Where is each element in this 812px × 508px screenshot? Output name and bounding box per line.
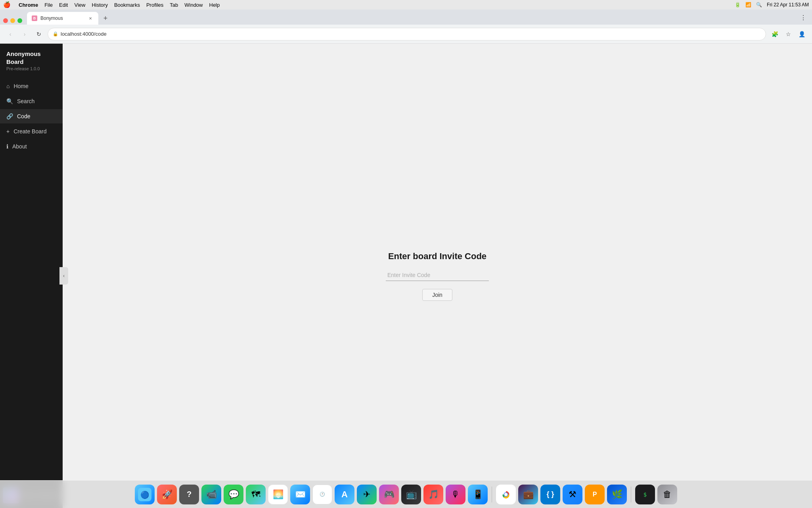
- search-icon: 🔍: [6, 98, 13, 104]
- menu-search-icon[interactable]: 🔍: [756, 2, 762, 8]
- menu-view[interactable]: View: [74, 2, 85, 8]
- home-icon: ⌂: [6, 83, 10, 89]
- plus-icon: +: [6, 128, 10, 135]
- sidebar-header: Anonymous Board Pre-release 1.0.0: [0, 50, 63, 79]
- dock-item-proxyman[interactable]: P: [585, 485, 605, 504]
- dock-separator-2: [631, 487, 631, 502]
- dock-item-testflight[interactable]: ✈: [357, 485, 377, 504]
- dock-item-vscode[interactable]: { }: [540, 485, 560, 504]
- url-text: localhost:4000/code: [61, 31, 761, 37]
- dock-item-trash[interactable]: 🗑: [657, 485, 677, 504]
- invite-code-input[interactable]: [386, 269, 489, 281]
- tab-bar: B Bonymous ✕ + ⋮: [0, 10, 812, 25]
- sidebar-home-label: Home: [13, 83, 28, 89]
- sidebar-create-board-label: Create Board: [13, 128, 46, 135]
- sidebar-version: Pre-release 1.0.0: [6, 66, 56, 71]
- tab-title: Bonymous: [40, 15, 84, 21]
- menu-bookmarks[interactable]: Bookmarks: [114, 2, 140, 8]
- sidebar-collapse-button[interactable]: ‹: [59, 267, 68, 285]
- dock-item-photos[interactable]: 🌅: [268, 485, 288, 504]
- dock-item-messages[interactable]: 💬: [224, 485, 243, 504]
- dock-item-clock[interactable]: 🕐: [312, 485, 332, 504]
- menu-tab[interactable]: Tab: [170, 2, 178, 8]
- dock-item-music[interactable]: 🎵: [423, 485, 443, 504]
- app-name[interactable]: Chrome: [19, 2, 38, 8]
- page: Anonymous Board Pre-release 1.0.0 ⌂ Home…: [0, 44, 812, 508]
- invite-code-card: Enter board Invite Code Join: [386, 251, 489, 301]
- dock-item-messages2[interactable]: ✉️: [290, 485, 310, 504]
- dock-separator: [492, 487, 492, 502]
- dock-item-facetime[interactable]: 📹: [201, 485, 221, 504]
- menu-window[interactable]: Window: [184, 2, 203, 8]
- menu-wifi-icon: 📶: [745, 2, 751, 8]
- sidebar-item-home[interactable]: ⌂ Home: [0, 79, 63, 93]
- svg-text:🔵: 🔵: [140, 491, 149, 499]
- dock-item-appstore[interactable]: A: [335, 485, 354, 504]
- close-window-button[interactable]: [3, 18, 8, 23]
- link-icon: 🔗: [6, 113, 13, 119]
- url-bar[interactable]: 🔒 localhost:4000/code: [48, 28, 766, 40]
- sidebar-item-code[interactable]: 🔗 Code: [0, 109, 63, 123]
- svg-point-4: [504, 493, 508, 496]
- new-tab-button[interactable]: +: [100, 13, 111, 24]
- chrome-window: B Bonymous ✕ + ⋮ ‹ › ↻ 🔒 localhost:4000/…: [0, 10, 812, 508]
- chevron-left-icon: ‹: [63, 273, 65, 279]
- bookmark-button[interactable]: ☆: [783, 29, 794, 40]
- dock-item-podcast[interactable]: 🎙: [446, 485, 465, 504]
- forward-button[interactable]: ›: [19, 29, 30, 40]
- dock-item-arcade[interactable]: 🎮: [379, 485, 399, 504]
- security-icon: 🔒: [53, 31, 58, 37]
- dock-item-simulator[interactable]: 📱: [468, 485, 488, 504]
- dock: 🔵 🚀 ? 📹 💬 🗺 🌅 ✉️ 🕐 A ✈ 🎮 📺 🎵 🎙 📱: [0, 480, 812, 508]
- minimize-window-button[interactable]: [10, 18, 15, 23]
- dock-item-slack[interactable]: 💼: [518, 485, 538, 504]
- sidebar-code-label: Code: [17, 113, 30, 119]
- dock-item-chrome[interactable]: [496, 485, 516, 504]
- info-icon: ℹ: [6, 143, 8, 150]
- sidebar-app-title: Anonymous Board: [6, 50, 56, 65]
- profile-button[interactable]: 👤: [796, 29, 807, 40]
- menu-profiles[interactable]: Profiles: [146, 2, 163, 8]
- dock-item-terminal[interactable]: $: [635, 485, 655, 504]
- address-bar: ‹ › ↻ 🔒 localhost:4000/code 🧩 ☆ 👤: [0, 25, 812, 44]
- sidebar-item-create-board[interactable]: + Create Board: [0, 124, 63, 139]
- dock-item-sourcetree[interactable]: 🌿: [607, 485, 627, 504]
- sidebar-navigation: ⌂ Home 🔍 Search 🔗 Code + Create Board ℹ: [0, 79, 63, 154]
- sidebar-item-about[interactable]: ℹ About: [0, 139, 63, 154]
- menu-help[interactable]: Help: [209, 2, 220, 8]
- menu-datetime: Fri 22 Apr 11:53 AM: [767, 2, 809, 8]
- dock-item-finder[interactable]: 🔵: [135, 485, 155, 504]
- sidebar-item-search[interactable]: 🔍 Search: [0, 94, 63, 108]
- back-button[interactable]: ‹: [5, 29, 16, 40]
- tab-close-button[interactable]: ✕: [87, 15, 94, 21]
- menu-edit[interactable]: Edit: [59, 2, 68, 8]
- menu-file[interactable]: File: [44, 2, 53, 8]
- dock-item-q[interactable]: ?: [179, 485, 199, 504]
- menubar: 🍎 Chrome File Edit View History Bookmark…: [0, 0, 812, 10]
- sidebar-search-label: Search: [17, 98, 34, 104]
- sidebar: Anonymous Board Pre-release 1.0.0 ⌂ Home…: [0, 44, 63, 508]
- invite-input-wrapper: [386, 269, 489, 281]
- apple-menu-icon[interactable]: 🍎: [3, 1, 11, 8]
- chrome-menu-button[interactable]: ⋮: [798, 12, 809, 23]
- dock-item-tv[interactable]: 📺: [401, 485, 421, 504]
- menu-history[interactable]: History: [92, 2, 107, 8]
- reload-button[interactable]: ↻: [33, 29, 44, 40]
- menu-battery-icon: 🔋: [735, 2, 741, 8]
- main-content: Enter board Invite Code Join: [63, 44, 812, 508]
- invite-title: Enter board Invite Code: [388, 251, 486, 262]
- extensions-button[interactable]: 🧩: [769, 29, 780, 40]
- dock-item-xcode[interactable]: ⚒: [563, 485, 582, 504]
- browser-tab[interactable]: B Bonymous ✕: [27, 12, 98, 25]
- tab-favicon: B: [32, 15, 37, 21]
- dock-item-launchpad[interactable]: 🚀: [157, 485, 177, 504]
- join-button[interactable]: Join: [422, 289, 452, 301]
- maximize-window-button[interactable]: [17, 18, 22, 23]
- dock-item-maps[interactable]: 🗺: [246, 485, 266, 504]
- sidebar-about-label: About: [12, 143, 27, 150]
